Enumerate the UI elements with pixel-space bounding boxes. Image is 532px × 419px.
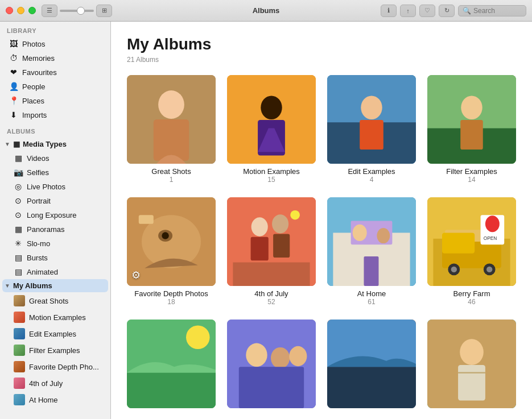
- album-thumbnail-favorite-depth: ⚙: [127, 197, 216, 286]
- album-name-berry-farm: Berry Farm: [427, 289, 516, 298]
- motion-examples-thumb: [14, 312, 25, 323]
- album-thumbnail-edit-examples: [327, 75, 416, 164]
- album-thumbnail-4th-july: [227, 197, 316, 286]
- sidebar-item-imports-label: Imports: [22, 111, 47, 119]
- svg-rect-22: [251, 237, 269, 261]
- close-button[interactable]: [6, 7, 13, 14]
- album-card-great-shots[interactable]: Great Shots 1: [127, 75, 216, 184]
- album-count-great-shots: 1: [127, 176, 216, 184]
- search-icon: 🔍: [463, 7, 471, 15]
- album-thumbnail-at-home: [327, 197, 416, 286]
- sidebar-item-bursts[interactable]: ▤ Bursts: [2, 251, 108, 264]
- album-thumbnail-filter-examples: [427, 75, 516, 164]
- sidebar-item-photos[interactable]: 🖼 Photos: [2, 37, 108, 51]
- album-card-favorite-depth[interactable]: ⚙ Favorite Depth Photos 18: [127, 197, 216, 306]
- albums-grid: Great Shots 1 Motion Examples 15: [127, 75, 516, 412]
- sidebar-item-panoramas[interactable]: ▦ Panoramas: [2, 222, 108, 236]
- sidebar-item-4th-july-label: 4th of July: [29, 379, 63, 388]
- sidebar-item-motion-examples[interactable]: Motion Examples: [2, 309, 108, 325]
- sidebar-item-at-home[interactable]: At Home: [2, 392, 108, 408]
- sidebar-item-places[interactable]: 📍 Places: [2, 94, 108, 107]
- favourites-icon: ❤: [9, 68, 18, 77]
- album-card-edit-examples[interactable]: Edit Examples 4: [327, 75, 416, 184]
- sidebar: Library 🖼 Photos ⏱ Memories ❤ Favourites…: [0, 22, 111, 419]
- sidebar-item-4th-july[interactable]: 4th of July: [2, 375, 108, 391]
- media-types-icon: ▦: [13, 140, 20, 148]
- album-card-11[interactable]: [327, 320, 416, 412]
- search-input[interactable]: [473, 7, 519, 15]
- sidebar-item-favorite-depth-label: Favorite Depth Pho...: [29, 363, 99, 371]
- svg-point-12: [461, 96, 482, 119]
- traffic-lights: [6, 7, 36, 14]
- album-card-at-home[interactable]: At Home 61: [327, 197, 416, 306]
- svg-rect-30: [364, 256, 378, 286]
- album-card-9[interactable]: [127, 320, 216, 412]
- thumbnail-size-slider[interactable]: [60, 10, 94, 12]
- album-name-edit-examples: Edit Examples: [327, 167, 416, 176]
- maximize-button[interactable]: [28, 7, 36, 14]
- svg-point-8: [361, 96, 382, 119]
- album-card-10[interactable]: [227, 320, 316, 412]
- svg-point-1: [158, 90, 184, 119]
- live-photos-icon: ◎: [14, 182, 23, 191]
- album-card-4th-july[interactable]: 4th of July 52: [227, 197, 316, 306]
- svg-point-4: [261, 96, 282, 119]
- album-count-edit-examples: 4: [327, 176, 416, 184]
- sidebar-item-favorite-depth[interactable]: Favorite Depth Pho...: [2, 359, 108, 375]
- gear-overlay-icon: ⚙: [131, 269, 141, 281]
- sidebar-item-at-home-label: At Home: [29, 396, 58, 404]
- sidebar-toggle-button[interactable]: ☰: [42, 5, 57, 17]
- rotate-button[interactable]: ↻: [439, 5, 455, 17]
- album-count-4th-july: 52: [227, 298, 316, 306]
- sidebar-item-filter-examples[interactable]: Filter Examples: [2, 342, 108, 358]
- my-albums-toggle[interactable]: ▼ My Albums: [2, 279, 108, 292]
- videos-icon: ▦: [14, 154, 23, 163]
- album-card-12[interactable]: [427, 320, 516, 412]
- minimize-button[interactable]: [17, 7, 24, 14]
- sidebar-item-portrait[interactable]: ⊙ Portrait: [2, 194, 108, 208]
- svg-rect-13: [460, 120, 483, 150]
- animated-icon: ▤: [14, 267, 23, 276]
- sidebar-item-edit-examples[interactable]: Edit Examples: [2, 326, 108, 342]
- sidebar-item-people[interactable]: 👤 People: [2, 80, 108, 93]
- sidebar-item-great-shots[interactable]: Great Shots: [2, 293, 108, 309]
- album-card-filter-examples[interactable]: Filter Examples 14: [427, 75, 516, 184]
- album-card-motion-examples[interactable]: Motion Examples 15: [227, 75, 316, 184]
- svg-point-41: [485, 215, 500, 232]
- album-count-filter-examples: 14: [427, 176, 516, 184]
- info-button[interactable]: ℹ: [381, 5, 397, 17]
- album-thumbnail-12: [427, 320, 516, 408]
- sidebar-item-filter-examples-label: Filter Examples: [29, 346, 80, 355]
- slider-bar: ☰ ⊞: [42, 5, 112, 17]
- media-types-toggle[interactable]: ▼ ▦ Media Types: [2, 138, 108, 151]
- album-thumbnail-berry-farm: OPEN: [427, 197, 516, 286]
- filter-examples-thumb: [14, 345, 25, 356]
- sidebar-item-animated-label: Animated: [27, 268, 58, 276]
- window-title: Albums: [253, 6, 280, 15]
- sidebar-item-videos-label: Videos: [27, 154, 50, 163]
- sidebar-item-imports[interactable]: ⬇ Imports: [2, 108, 108, 122]
- layout-toggle-button[interactable]: ⊞: [96, 5, 112, 17]
- svg-rect-52: [327, 367, 416, 408]
- sidebar-item-memories[interactable]: ⏱ Memories: [2, 51, 108, 65]
- sidebar-item-animated[interactable]: ▤ Animated: [2, 265, 108, 279]
- sidebar-item-selfies[interactable]: 📷 Selfies: [2, 165, 108, 179]
- imports-icon: ⬇: [9, 110, 18, 119]
- sidebar-item-favourites[interactable]: ❤ Favourites: [2, 65, 108, 79]
- sidebar-item-videos[interactable]: ▦ Videos: [2, 151, 108, 165]
- search-box[interactable]: 🔍: [458, 5, 526, 16]
- svg-point-29: [377, 228, 390, 243]
- sidebar-item-great-shots-label: Great Shots: [29, 297, 68, 305]
- share-button[interactable]: ↑: [400, 5, 416, 17]
- sidebar-item-slo-mo[interactable]: ✳ Slo-mo: [2, 237, 108, 250]
- sidebar-item-live-photos[interactable]: ◎ Live Photos: [2, 180, 108, 193]
- page-title: My Albums: [127, 35, 516, 53]
- svg-point-45: [186, 325, 210, 349]
- sidebar-item-long-exposure[interactable]: ⊙ Long Exposure: [2, 208, 108, 222]
- main-content: My Albums 21 Albums Great Shots 1: [111, 22, 532, 419]
- sidebar-item-places-label: Places: [22, 97, 44, 105]
- album-card-berry-farm[interactable]: OPEN Berry Farm 46: [427, 197, 516, 306]
- titlebar: ☰ ⊞ Albums ℹ ↑ ♡ ↻ 🔍: [0, 0, 532, 22]
- album-count-motion-examples: 15: [227, 176, 316, 184]
- favorite-button[interactable]: ♡: [419, 5, 435, 17]
